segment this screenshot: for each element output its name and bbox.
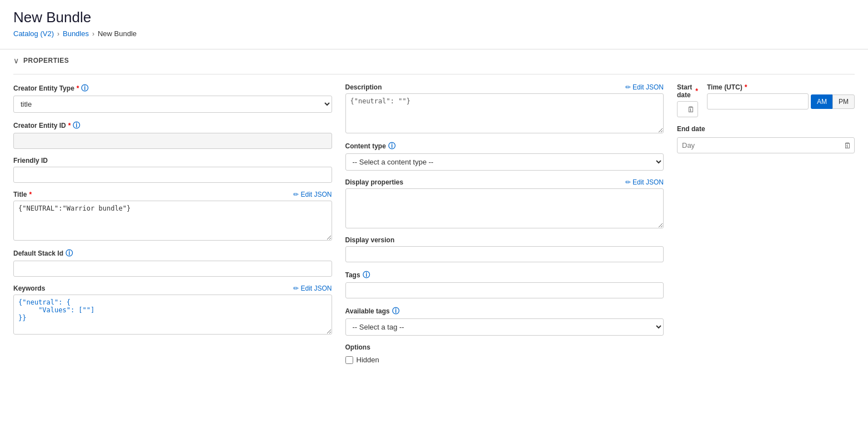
time-utc-label: Time (UTC) * — [707, 83, 855, 91]
creator-entity-id-input[interactable]: 94BCE — [13, 133, 332, 149]
default-stack-id-group: Default Stack Id ⓘ — [13, 248, 332, 277]
friendly-id-input[interactable] — [13, 167, 332, 183]
start-date-time-group: Start date * 11/07/2023 🗓 Time (UTC) * — [677, 83, 855, 117]
options-label: Options — [345, 343, 664, 351]
title-label: Title * — [13, 191, 32, 198]
keywords-group: Keywords ✏ Edit JSON {"neutral": { "Valu… — [13, 285, 332, 335]
required-star-2: * — [68, 122, 71, 129]
start-date-subgroup: Start date * 11/07/2023 🗓 — [677, 83, 698, 117]
pm-button[interactable]: PM — [832, 94, 855, 109]
pencil-icon-3: ✏ — [625, 83, 631, 91]
start-date-label: Start date * — [677, 83, 698, 99]
section-title: PROPERTIES — [23, 57, 69, 64]
default-stack-id-input[interactable] — [13, 261, 332, 277]
display-properties-group: Display properties ✏ Edit JSON — [345, 178, 664, 228]
am-pm-group: AM PM — [811, 94, 855, 109]
keywords-label: Keywords — [13, 285, 45, 292]
available-tags-select[interactable]: -- Select a tag -- — [345, 318, 664, 336]
creator-entity-id-label-row: Creator Entity ID * ⓘ — [13, 121, 332, 131]
time-input[interactable]: 12:00 — [707, 93, 809, 109]
section-header[interactable]: ∨ PROPERTIES — [13, 56, 855, 65]
breadcrumb-current: New Bundle — [98, 29, 137, 38]
required-star-3: * — [29, 191, 32, 198]
end-date-label: End date — [677, 125, 855, 133]
title-label-row: Title * ✏ Edit JSON — [13, 191, 332, 198]
form-grid: Creator Entity Type * ⓘ title user organ… — [13, 83, 855, 364]
middle-column: Description ✏ Edit JSON {"neutral": ""} … — [345, 83, 664, 364]
tags-group: Tags ⓘ — [345, 270, 664, 298]
creator-entity-type-select[interactable]: title user organization — [13, 96, 332, 113]
end-date-group: End date 🗓 — [677, 125, 855, 153]
display-properties-label: Display properties — [345, 178, 404, 186]
hidden-label: Hidden — [357, 356, 379, 364]
available-tags-label-row: Available tags ⓘ — [345, 306, 664, 316]
available-tags-info-icon[interactable]: ⓘ — [392, 306, 399, 316]
options-group: Options Hidden — [345, 343, 664, 364]
available-tags-group: Available tags ⓘ -- Select a tag -- — [345, 306, 664, 336]
title-group: Title * ✏ Edit JSON {"NEUTRAL":"Warrior … — [13, 191, 332, 241]
creator-entity-type-label: Creator Entity Type * ⓘ — [13, 83, 88, 93]
tags-info-icon[interactable]: ⓘ — [363, 270, 370, 280]
description-label: Description — [345, 83, 382, 91]
time-row: 12:00 AM PM — [707, 93, 855, 109]
properties-section: ∨ PROPERTIES Creator Entity Type * ⓘ tit… — [0, 56, 868, 377]
pencil-icon-2: ✏ — [293, 285, 299, 292]
content-type-select[interactable]: -- Select a content type -- — [345, 153, 664, 171]
creator-entity-type-info-icon[interactable]: ⓘ — [81, 83, 88, 93]
content-type-label: Content type ⓘ — [345, 141, 395, 151]
creator-entity-type-group: Creator Entity Type * ⓘ title user organ… — [13, 83, 332, 113]
pencil-icon-4: ✏ — [625, 178, 631, 186]
display-properties-edit-json-button[interactable]: ✏ Edit JSON — [625, 178, 664, 186]
breadcrumb-bundles[interactable]: Bundles — [63, 29, 89, 38]
hidden-checkbox[interactable] — [345, 356, 353, 364]
am-button[interactable]: AM — [811, 94, 832, 109]
display-properties-textarea[interactable] — [345, 188, 664, 228]
display-version-input[interactable] — [345, 246, 664, 262]
description-edit-json-button[interactable]: ✏ Edit JSON — [625, 83, 664, 91]
friendly-id-label: Friendly ID — [13, 157, 332, 164]
page-header: New Bundle Catalog (V2) › Bundles › New … — [0, 0, 868, 42]
description-label-row: Description ✏ Edit JSON — [345, 83, 664, 91]
content-type-label-row: Content type ⓘ — [345, 141, 664, 151]
required-star-5: * — [745, 83, 747, 91]
title-edit-json-button[interactable]: ✏ Edit JSON — [293, 191, 332, 198]
start-date-calendar-icon[interactable]: 🗓 — [687, 105, 695, 114]
hidden-checkbox-row: Hidden — [345, 356, 664, 364]
header-divider — [0, 49, 868, 49]
tags-input[interactable] — [345, 282, 664, 298]
content-type-info-icon[interactable]: ⓘ — [388, 141, 395, 151]
breadcrumb: Catalog (V2) › Bundles › New Bundle — [13, 29, 855, 38]
right-column: Start date * 11/07/2023 🗓 Time (UTC) * — [677, 83, 855, 364]
content-type-group: Content type ⓘ -- Select a content type … — [345, 141, 664, 171]
keywords-textarea[interactable]: {"neutral": { "Values": [""] }} — [13, 295, 332, 335]
display-properties-label-row: Display properties ✏ Edit JSON — [345, 178, 664, 186]
friendly-id-group: Friendly ID — [13, 157, 332, 183]
breadcrumb-sep-1: › — [57, 30, 59, 38]
available-tags-label: Available tags ⓘ — [345, 306, 399, 316]
keywords-label-row: Keywords ✏ Edit JSON — [13, 285, 332, 292]
left-column: Creator Entity Type * ⓘ title user organ… — [13, 83, 332, 364]
breadcrumb-sep-2: › — [92, 30, 94, 38]
end-date-input-wrapper: 🗓 — [677, 137, 855, 153]
pencil-icon: ✏ — [293, 191, 299, 198]
description-textarea[interactable]: {"neutral": ""} — [345, 93, 664, 133]
page-title: New Bundle — [13, 9, 855, 26]
collapse-icon: ∨ — [13, 56, 19, 65]
display-version-label: Display version — [345, 236, 664, 244]
tags-label: Tags ⓘ — [345, 270, 664, 280]
keywords-edit-json-button[interactable]: ✏ Edit JSON — [293, 285, 332, 292]
creator-entity-id-info-icon[interactable]: ⓘ — [73, 121, 80, 131]
start-date-input-wrapper: 11/07/2023 🗓 — [677, 101, 698, 117]
section-divider — [13, 74, 855, 74]
display-version-group: Display version — [345, 236, 664, 262]
required-star-4: * — [695, 87, 698, 95]
time-subgroup: Time (UTC) * 12:00 AM PM — [707, 83, 855, 109]
creator-entity-id-group: Creator Entity ID * ⓘ 94BCE — [13, 121, 332, 149]
end-date-calendar-icon[interactable]: 🗓 — [844, 141, 851, 150]
creator-entity-id-label: Creator Entity ID * ⓘ — [13, 121, 80, 131]
end-date-input[interactable] — [677, 137, 855, 153]
title-textarea[interactable]: {"NEUTRAL":"Warrior bundle"} — [13, 201, 332, 241]
creator-entity-type-label-row: Creator Entity Type * ⓘ — [13, 83, 332, 93]
breadcrumb-catalog[interactable]: Catalog (V2) — [13, 29, 54, 38]
default-stack-id-info-icon[interactable]: ⓘ — [66, 248, 73, 258]
